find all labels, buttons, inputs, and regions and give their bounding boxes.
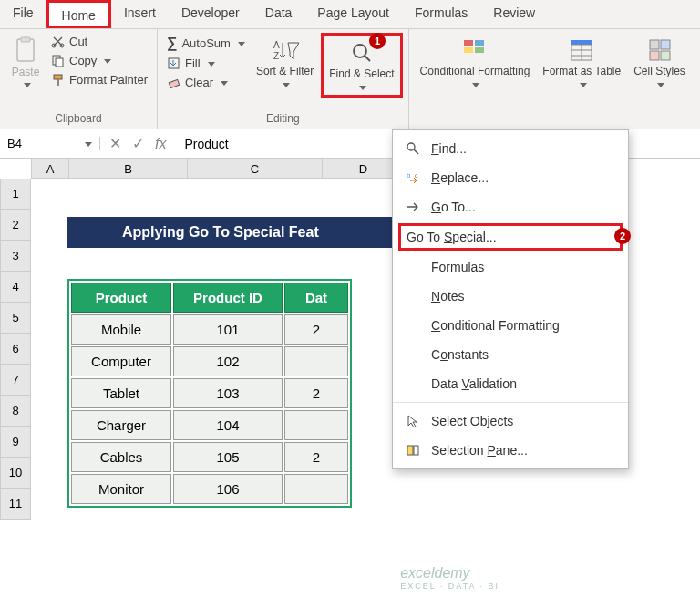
menu-goto[interactable]: Go To...	[393, 192, 628, 221]
eraser-icon	[167, 76, 180, 89]
cell-styles-button[interactable]: Cell Styles	[628, 33, 691, 92]
svg-rect-17	[475, 47, 484, 53]
row-header[interactable]: 7	[0, 365, 31, 396]
formula-content[interactable]: Product	[175, 137, 237, 151]
magnifier-icon	[406, 141, 420, 156]
row-header[interactable]: 9	[0, 427, 31, 458]
tab-review[interactable]: Review	[480, 0, 548, 28]
svg-text:b: b	[407, 171, 411, 180]
cut-button[interactable]: Cut	[47, 33, 151, 50]
table-cell[interactable]: 2	[284, 442, 348, 472]
pane-icon	[406, 443, 420, 458]
menu-constants[interactable]: Constants	[393, 340, 628, 369]
tab-insert[interactable]: Insert	[111, 0, 169, 28]
row-header[interactable]: 2	[0, 210, 31, 241]
svg-line-13	[365, 56, 370, 61]
data-table[interactable]: ProductProduct IDDat Mobile1012Computer1…	[67, 279, 352, 508]
table-cell[interactable]: 104	[173, 410, 283, 440]
menu-cond-fmt[interactable]: Conditional Formatting	[393, 311, 628, 340]
table-cell[interactable]: Monitor	[71, 474, 171, 504]
table-cell[interactable]: 106	[173, 474, 283, 504]
table-row[interactable]: Mobile1012	[71, 314, 348, 345]
tab-home[interactable]: Home	[46, 0, 111, 28]
copy-icon	[51, 54, 65, 67]
menu-replace[interactable]: bc Replace...	[393, 163, 628, 192]
find-select-button[interactable]: Find & Select	[321, 33, 402, 98]
table-cell[interactable]	[284, 346, 348, 376]
cond-fmt-icon	[462, 38, 488, 62]
table-cell[interactable]: 2	[284, 314, 348, 345]
table-cell[interactable]: Charger	[71, 410, 171, 440]
col-header[interactable]: B	[69, 159, 188, 179]
tab-formulas[interactable]: Formulas	[402, 0, 480, 28]
table-cell[interactable]: Mobile	[71, 314, 171, 345]
row-header[interactable]: 1	[0, 179, 31, 210]
tab-data[interactable]: Data	[252, 0, 305, 28]
table-row[interactable]: Tablet1032	[71, 378, 348, 408]
col-header[interactable]: C	[188, 159, 323, 179]
table-row[interactable]: Cables1052	[71, 442, 348, 472]
table-row[interactable]: Monitor106	[71, 474, 348, 504]
fx-icon[interactable]: fx	[155, 136, 166, 152]
tab-page-layout[interactable]: Page Layout	[304, 0, 402, 28]
menu-data-validation[interactable]: Data Validation	[393, 369, 628, 398]
cursor-icon	[406, 414, 420, 428]
table-row[interactable]: Charger104	[71, 410, 348, 440]
row-header[interactable]: 8	[0, 396, 31, 427]
svg-rect-7	[57, 79, 59, 86]
table-cell[interactable]: 2	[284, 378, 348, 408]
table-cell[interactable]	[284, 474, 348, 504]
sort-filter-icon: AZ	[272, 37, 299, 63]
table-cell[interactable]: 102	[173, 346, 283, 376]
svg-rect-32	[414, 446, 418, 455]
name-box[interactable]: B4	[0, 137, 100, 150]
menu-goto-special[interactable]: Go To Special... 2	[398, 223, 623, 251]
col-header[interactable]: A	[31, 159, 69, 179]
svg-point-12	[354, 45, 366, 57]
table-cell[interactable]: 101	[173, 314, 283, 345]
group-clipboard: Paste Cut Copy Format Painter Clipboard	[0, 29, 158, 129]
autosum-button[interactable]: ∑ AutoSum	[163, 33, 249, 53]
menu-notes[interactable]: Notes	[393, 282, 628, 311]
table-cell[interactable]: 103	[173, 378, 283, 408]
copy-button[interactable]: Copy	[47, 52, 151, 69]
tab-developer[interactable]: Developer	[169, 0, 252, 28]
row-header[interactable]: 4	[0, 272, 31, 303]
svg-rect-0	[17, 39, 34, 61]
svg-rect-31	[407, 446, 413, 455]
format-as-table-button[interactable]: Format as Table	[537, 33, 626, 92]
table-header[interactable]: Dat	[284, 283, 348, 313]
row-header[interactable]: 6	[0, 334, 31, 365]
row-header[interactable]: 5	[0, 303, 31, 334]
badge-2: 2	[614, 228, 631, 244]
tab-file[interactable]: File	[0, 0, 46, 28]
row-header[interactable]: 11	[0, 489, 31, 520]
table-cell[interactable]: Tablet	[71, 378, 171, 408]
table-cell[interactable]	[284, 410, 348, 440]
table-cell[interactable]: Computer	[71, 346, 171, 376]
conditional-formatting-button[interactable]: Conditional Formatting	[415, 33, 536, 92]
table-header[interactable]: Product	[71, 283, 171, 313]
menu-selection-pane[interactable]: Selection Pane...	[393, 436, 628, 465]
svg-rect-25	[650, 51, 659, 60]
table-row[interactable]: Computer102	[71, 346, 348, 376]
table-header[interactable]: Product ID	[173, 283, 283, 313]
sort-filter-button[interactable]: AZ Sort & Filter	[251, 33, 319, 92]
menu-find[interactable]: Find...	[393, 134, 628, 163]
table-cell[interactable]: 105	[173, 442, 283, 472]
svg-rect-5	[56, 58, 63, 67]
menu-select-objects[interactable]: Select Objects	[393, 406, 628, 436]
row-header[interactable]: 3	[0, 241, 31, 272]
cancel-icon: ✕	[109, 135, 121, 152]
svg-rect-6	[54, 75, 62, 79]
format-painter-button[interactable]: Format Painter	[47, 71, 151, 88]
fill-button[interactable]: Fill	[163, 55, 249, 72]
menu-formulas[interactable]: Formulas	[393, 252, 628, 282]
svg-point-27	[407, 143, 415, 150]
table-icon	[570, 38, 593, 62]
confirm-icon: ✓	[132, 135, 144, 152]
row-header[interactable]: 10	[0, 458, 31, 489]
clear-button[interactable]: Clear	[163, 74, 249, 91]
arrow-right-icon	[406, 200, 420, 214]
table-cell[interactable]: Cables	[71, 442, 171, 472]
